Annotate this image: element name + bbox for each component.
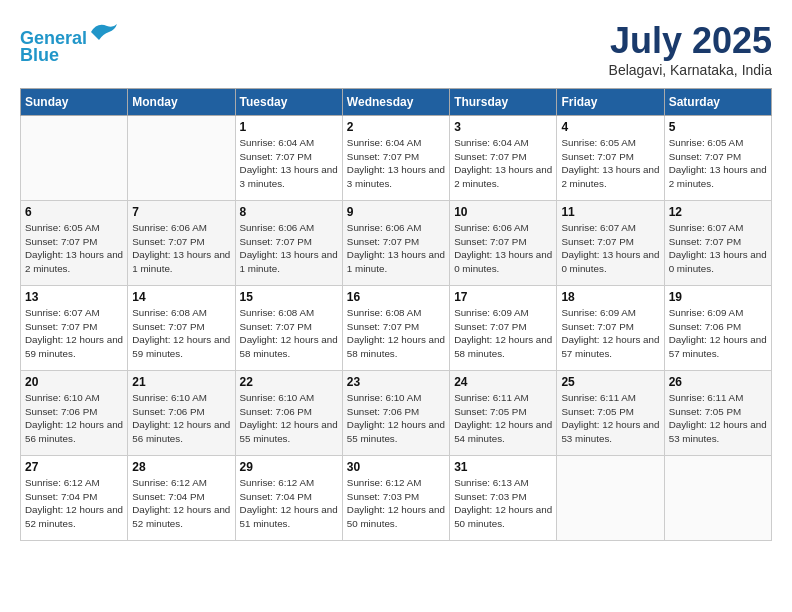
day-number: 29 xyxy=(240,460,338,474)
calendar-cell: 26Sunrise: 6:11 AM Sunset: 7:05 PM Dayli… xyxy=(664,371,771,456)
day-number: 30 xyxy=(347,460,445,474)
day-number: 19 xyxy=(669,290,767,304)
day-info: Sunrise: 6:08 AM Sunset: 7:07 PM Dayligh… xyxy=(240,306,338,361)
header: General Blue July 2025 Belagavi, Karnata… xyxy=(20,20,772,78)
day-number: 22 xyxy=(240,375,338,389)
calendar-week-row: 27Sunrise: 6:12 AM Sunset: 7:04 PM Dayli… xyxy=(21,456,772,541)
day-number: 11 xyxy=(561,205,659,219)
weekday-header: Thursday xyxy=(450,89,557,116)
day-info: Sunrise: 6:05 AM Sunset: 7:07 PM Dayligh… xyxy=(561,136,659,191)
calendar-cell: 12Sunrise: 6:07 AM Sunset: 7:07 PM Dayli… xyxy=(664,201,771,286)
day-info: Sunrise: 6:08 AM Sunset: 7:07 PM Dayligh… xyxy=(347,306,445,361)
day-info: Sunrise: 6:06 AM Sunset: 7:07 PM Dayligh… xyxy=(132,221,230,276)
calendar-cell: 13Sunrise: 6:07 AM Sunset: 7:07 PM Dayli… xyxy=(21,286,128,371)
calendar-cell: 20Sunrise: 6:10 AM Sunset: 7:06 PM Dayli… xyxy=(21,371,128,456)
calendar-cell: 8Sunrise: 6:06 AM Sunset: 7:07 PM Daylig… xyxy=(235,201,342,286)
day-number: 4 xyxy=(561,120,659,134)
logo-bird-icon xyxy=(89,20,119,44)
day-number: 8 xyxy=(240,205,338,219)
calendar-cell: 23Sunrise: 6:10 AM Sunset: 7:06 PM Dayli… xyxy=(342,371,449,456)
day-number: 12 xyxy=(669,205,767,219)
day-info: Sunrise: 6:10 AM Sunset: 7:06 PM Dayligh… xyxy=(240,391,338,446)
calendar-cell: 29Sunrise: 6:12 AM Sunset: 7:04 PM Dayli… xyxy=(235,456,342,541)
day-info: Sunrise: 6:04 AM Sunset: 7:07 PM Dayligh… xyxy=(240,136,338,191)
day-info: Sunrise: 6:08 AM Sunset: 7:07 PM Dayligh… xyxy=(132,306,230,361)
day-info: Sunrise: 6:11 AM Sunset: 7:05 PM Dayligh… xyxy=(454,391,552,446)
day-info: Sunrise: 6:11 AM Sunset: 7:05 PM Dayligh… xyxy=(561,391,659,446)
day-number: 5 xyxy=(669,120,767,134)
calendar-cell xyxy=(128,116,235,201)
calendar-cell: 15Sunrise: 6:08 AM Sunset: 7:07 PM Dayli… xyxy=(235,286,342,371)
calendar-cell xyxy=(664,456,771,541)
logo: General Blue xyxy=(20,20,119,66)
calendar-cell: 19Sunrise: 6:09 AM Sunset: 7:06 PM Dayli… xyxy=(664,286,771,371)
day-info: Sunrise: 6:06 AM Sunset: 7:07 PM Dayligh… xyxy=(240,221,338,276)
day-number: 27 xyxy=(25,460,123,474)
day-info: Sunrise: 6:10 AM Sunset: 7:06 PM Dayligh… xyxy=(25,391,123,446)
calendar-cell: 4Sunrise: 6:05 AM Sunset: 7:07 PM Daylig… xyxy=(557,116,664,201)
day-number: 23 xyxy=(347,375,445,389)
calendar-cell: 22Sunrise: 6:10 AM Sunset: 7:06 PM Dayli… xyxy=(235,371,342,456)
day-info: Sunrise: 6:09 AM Sunset: 7:07 PM Dayligh… xyxy=(454,306,552,361)
day-info: Sunrise: 6:10 AM Sunset: 7:06 PM Dayligh… xyxy=(347,391,445,446)
day-info: Sunrise: 6:06 AM Sunset: 7:07 PM Dayligh… xyxy=(347,221,445,276)
day-number: 16 xyxy=(347,290,445,304)
calendar-week-row: 1Sunrise: 6:04 AM Sunset: 7:07 PM Daylig… xyxy=(21,116,772,201)
weekday-header: Saturday xyxy=(664,89,771,116)
day-number: 14 xyxy=(132,290,230,304)
day-info: Sunrise: 6:12 AM Sunset: 7:03 PM Dayligh… xyxy=(347,476,445,531)
weekday-header: Wednesday xyxy=(342,89,449,116)
day-number: 9 xyxy=(347,205,445,219)
calendar-week-row: 20Sunrise: 6:10 AM Sunset: 7:06 PM Dayli… xyxy=(21,371,772,456)
day-number: 10 xyxy=(454,205,552,219)
day-info: Sunrise: 6:07 AM Sunset: 7:07 PM Dayligh… xyxy=(561,221,659,276)
day-number: 25 xyxy=(561,375,659,389)
calendar-cell: 6Sunrise: 6:05 AM Sunset: 7:07 PM Daylig… xyxy=(21,201,128,286)
calendar-cell xyxy=(557,456,664,541)
calendar-cell: 11Sunrise: 6:07 AM Sunset: 7:07 PM Dayli… xyxy=(557,201,664,286)
title-area: July 2025 Belagavi, Karnataka, India xyxy=(609,20,772,78)
weekday-header: Friday xyxy=(557,89,664,116)
weekday-header-row: SundayMondayTuesdayWednesdayThursdayFrid… xyxy=(21,89,772,116)
weekday-header: Monday xyxy=(128,89,235,116)
day-number: 17 xyxy=(454,290,552,304)
day-info: Sunrise: 6:12 AM Sunset: 7:04 PM Dayligh… xyxy=(25,476,123,531)
calendar-cell: 7Sunrise: 6:06 AM Sunset: 7:07 PM Daylig… xyxy=(128,201,235,286)
day-number: 26 xyxy=(669,375,767,389)
calendar: SundayMondayTuesdayWednesdayThursdayFrid… xyxy=(20,88,772,541)
calendar-cell: 28Sunrise: 6:12 AM Sunset: 7:04 PM Dayli… xyxy=(128,456,235,541)
calendar-cell: 9Sunrise: 6:06 AM Sunset: 7:07 PM Daylig… xyxy=(342,201,449,286)
calendar-cell: 17Sunrise: 6:09 AM Sunset: 7:07 PM Dayli… xyxy=(450,286,557,371)
day-info: Sunrise: 6:13 AM Sunset: 7:03 PM Dayligh… xyxy=(454,476,552,531)
day-info: Sunrise: 6:05 AM Sunset: 7:07 PM Dayligh… xyxy=(25,221,123,276)
day-info: Sunrise: 6:09 AM Sunset: 7:06 PM Dayligh… xyxy=(669,306,767,361)
calendar-cell: 10Sunrise: 6:06 AM Sunset: 7:07 PM Dayli… xyxy=(450,201,557,286)
calendar-cell xyxy=(21,116,128,201)
day-info: Sunrise: 6:05 AM Sunset: 7:07 PM Dayligh… xyxy=(669,136,767,191)
calendar-cell: 14Sunrise: 6:08 AM Sunset: 7:07 PM Dayli… xyxy=(128,286,235,371)
weekday-header: Sunday xyxy=(21,89,128,116)
day-info: Sunrise: 6:07 AM Sunset: 7:07 PM Dayligh… xyxy=(669,221,767,276)
calendar-cell: 5Sunrise: 6:05 AM Sunset: 7:07 PM Daylig… xyxy=(664,116,771,201)
day-number: 18 xyxy=(561,290,659,304)
day-number: 13 xyxy=(25,290,123,304)
calendar-cell: 21Sunrise: 6:10 AM Sunset: 7:06 PM Dayli… xyxy=(128,371,235,456)
day-info: Sunrise: 6:07 AM Sunset: 7:07 PM Dayligh… xyxy=(25,306,123,361)
day-number: 1 xyxy=(240,120,338,134)
day-number: 3 xyxy=(454,120,552,134)
calendar-cell: 3Sunrise: 6:04 AM Sunset: 7:07 PM Daylig… xyxy=(450,116,557,201)
calendar-week-row: 6Sunrise: 6:05 AM Sunset: 7:07 PM Daylig… xyxy=(21,201,772,286)
day-number: 7 xyxy=(132,205,230,219)
calendar-cell: 30Sunrise: 6:12 AM Sunset: 7:03 PM Dayli… xyxy=(342,456,449,541)
day-number: 24 xyxy=(454,375,552,389)
day-info: Sunrise: 6:12 AM Sunset: 7:04 PM Dayligh… xyxy=(132,476,230,531)
calendar-cell: 31Sunrise: 6:13 AM Sunset: 7:03 PM Dayli… xyxy=(450,456,557,541)
day-number: 6 xyxy=(25,205,123,219)
day-info: Sunrise: 6:06 AM Sunset: 7:07 PM Dayligh… xyxy=(454,221,552,276)
location: Belagavi, Karnataka, India xyxy=(609,62,772,78)
day-info: Sunrise: 6:10 AM Sunset: 7:06 PM Dayligh… xyxy=(132,391,230,446)
day-number: 21 xyxy=(132,375,230,389)
month-title: July 2025 xyxy=(609,20,772,62)
day-number: 15 xyxy=(240,290,338,304)
calendar-cell: 24Sunrise: 6:11 AM Sunset: 7:05 PM Dayli… xyxy=(450,371,557,456)
